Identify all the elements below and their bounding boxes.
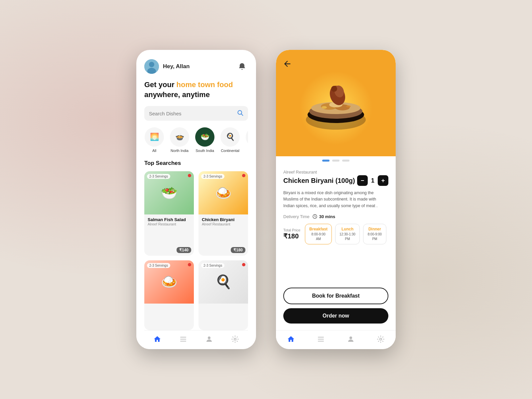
food-card-1[interactable]: 🥗 2-3 Servings ₹140 Salman Fish Salad Al… bbox=[144, 171, 194, 255]
order-now-button[interactable]: Order now bbox=[283, 308, 388, 324]
category-south-icon: 🥗 bbox=[195, 127, 214, 147]
category-scroll: 🌅 All 🍲 North India 🥗 South India 🍳 Cont… bbox=[144, 127, 248, 153]
category-south-label: South India bbox=[196, 149, 214, 153]
nav-home-right[interactable] bbox=[287, 335, 295, 343]
nav-settings-right[interactable] bbox=[377, 335, 385, 343]
book-for-breakfast-button[interactable]: Book for Breakfast bbox=[283, 288, 388, 304]
dish-title-row: Chicken Biryani (100g) − 1 + bbox=[283, 175, 388, 186]
greeting-text: Hey, Allan bbox=[163, 63, 190, 70]
category-hyderabad[interactable]: 🫕 Hydera... bbox=[245, 127, 248, 153]
category-all-label: All bbox=[152, 149, 156, 153]
back-button[interactable] bbox=[283, 59, 292, 70]
nav-profile-right[interactable] bbox=[347, 335, 355, 343]
detail-header bbox=[276, 50, 396, 156]
decrease-qty-button[interactable]: − bbox=[357, 175, 368, 186]
nav-settings-left[interactable] bbox=[231, 335, 239, 343]
svg-point-26 bbox=[349, 336, 352, 339]
svg-rect-7 bbox=[180, 341, 186, 341]
food-card-3[interactable]: 🍛 2-3 Servings bbox=[144, 260, 194, 330]
slot-dinner[interactable]: Dinner 8:00-9:00PM bbox=[363, 224, 386, 244]
dot-3[interactable] bbox=[342, 160, 349, 162]
price-tag-1: ₹140 bbox=[177, 247, 191, 253]
delivery-time: 30 mins bbox=[312, 214, 335, 219]
dish-description: Biryani is a mixed rice dish originating… bbox=[283, 190, 388, 209]
svg-point-8 bbox=[208, 336, 210, 339]
nav-menu-left[interactable] bbox=[179, 335, 187, 343]
avatar bbox=[144, 59, 159, 74]
slot-breakfast-title: Breakfast bbox=[309, 227, 328, 231]
nav-home-left[interactable] bbox=[153, 335, 161, 343]
food-card-info-2: Chicken Biryani Alreef Restaurant bbox=[199, 214, 248, 229]
header-row: Hey, Allan bbox=[144, 59, 248, 74]
price-tag-2: ₹180 bbox=[231, 247, 245, 253]
left-phone: Hey, Allan Get your home town foodanywhe… bbox=[136, 50, 256, 349]
dot-2[interactable] bbox=[332, 160, 339, 162]
food-card-info-1: Salman Fish Salad Alreef Restaurant bbox=[144, 214, 194, 229]
servings-badge-4: 2-3 Servings bbox=[201, 263, 224, 268]
search-input[interactable] bbox=[149, 111, 234, 116]
dot-red-3 bbox=[188, 263, 191, 266]
svg-point-27 bbox=[380, 338, 382, 340]
food-name-1: Salman Fish Salad bbox=[148, 217, 191, 222]
food-hero-image bbox=[293, 65, 379, 151]
bell-icon[interactable] bbox=[236, 61, 248, 72]
svg-rect-23 bbox=[318, 337, 324, 337]
servings-badge-2: 2-3 Servings bbox=[201, 174, 224, 179]
category-hyderabad-icon: 🫕 bbox=[246, 127, 248, 147]
slot-dinner-time: 8:00-9:00PM bbox=[367, 232, 382, 241]
food-grid: 🥗 2-3 Servings ₹140 Salman Fish Salad Al… bbox=[144, 171, 248, 330]
category-north-label: North India bbox=[171, 149, 189, 153]
search-bar[interactable] bbox=[144, 106, 248, 121]
svg-rect-25 bbox=[318, 341, 324, 341]
svg-rect-6 bbox=[180, 339, 186, 339]
category-continental-icon: 🍳 bbox=[220, 127, 240, 147]
slot-lunch-time: 12:30-1:30PM bbox=[339, 232, 355, 241]
nav-menu-right[interactable] bbox=[317, 335, 325, 343]
category-all[interactable]: 🌅 All bbox=[144, 127, 164, 153]
category-north-icon: 🍲 bbox=[170, 127, 189, 147]
total-price-block: Total Price ₹180 bbox=[283, 228, 300, 240]
top-searches-title: Top Searches bbox=[144, 160, 248, 167]
nav-profile-left[interactable] bbox=[205, 335, 213, 343]
food-restaurant-2: Alreef Restaurant bbox=[202, 222, 245, 226]
bottom-nav-right bbox=[276, 330, 396, 349]
total-amount: ₹180 bbox=[283, 232, 300, 240]
dish-title: Chicken Biryani (100g) bbox=[283, 177, 355, 185]
detail-body: Alreef Restaurant Chicken Biryani (100g)… bbox=[276, 165, 396, 288]
tagline: Get your home town foodanywhere, anytime bbox=[144, 80, 248, 99]
bottom-nav-left bbox=[144, 330, 248, 349]
total-label: Total Price bbox=[283, 228, 300, 232]
category-continental[interactable]: 🍳 Continental bbox=[220, 127, 240, 153]
time-slots: Breakfast 8:00-9:00AM Lunch 12:30-1:30PM… bbox=[305, 224, 386, 244]
slot-breakfast[interactable]: Breakfast 8:00-9:00AM bbox=[305, 224, 332, 244]
svg-line-4 bbox=[241, 114, 243, 116]
food-card-2[interactable]: 🍛 2-3 Servings ₹180 Chicken Biryani Alre… bbox=[199, 171, 248, 255]
quantity-display: 1 bbox=[371, 177, 374, 184]
svg-point-1 bbox=[149, 62, 154, 67]
servings-badge-3: 2-3 Servings bbox=[147, 263, 170, 268]
food-card-4[interactable]: 🍳 2-3 Servings bbox=[199, 260, 248, 330]
search-icon[interactable] bbox=[237, 109, 243, 117]
svg-point-19 bbox=[331, 86, 337, 92]
svg-point-21 bbox=[346, 105, 351, 107]
slot-lunch[interactable]: Lunch 12:30-1:30PM bbox=[335, 224, 360, 244]
avatar-name: Hey, Allan bbox=[144, 59, 190, 74]
category-south-india[interactable]: 🥗 South India bbox=[195, 127, 215, 153]
category-continental-label: Continental bbox=[221, 149, 239, 153]
dot-1[interactable] bbox=[322, 160, 330, 162]
servings-badge-1: 2-3 Servings bbox=[147, 174, 170, 179]
increase-qty-button[interactable]: + bbox=[378, 175, 388, 186]
svg-point-20 bbox=[322, 106, 327, 109]
svg-rect-5 bbox=[180, 337, 186, 337]
slot-lunch-title: Lunch bbox=[339, 227, 355, 231]
image-dots bbox=[276, 156, 396, 165]
right-phone: Alreef Restaurant Chicken Biryani (100g)… bbox=[276, 50, 396, 349]
delivery-minutes: 30 mins bbox=[319, 214, 335, 219]
slot-breakfast-time: 8:00-9:00AM bbox=[309, 232, 328, 241]
price-slots-row: Total Price ₹180 Breakfast 8:00-9:00AM L… bbox=[283, 224, 388, 244]
tagline-highlight: home town food bbox=[177, 80, 233, 89]
category-north-india[interactable]: 🍲 North India bbox=[170, 127, 190, 153]
svg-rect-24 bbox=[318, 339, 324, 339]
food-name-2: Chicken Biryani bbox=[202, 217, 245, 222]
delivery-label: Delivery Time bbox=[283, 214, 310, 219]
